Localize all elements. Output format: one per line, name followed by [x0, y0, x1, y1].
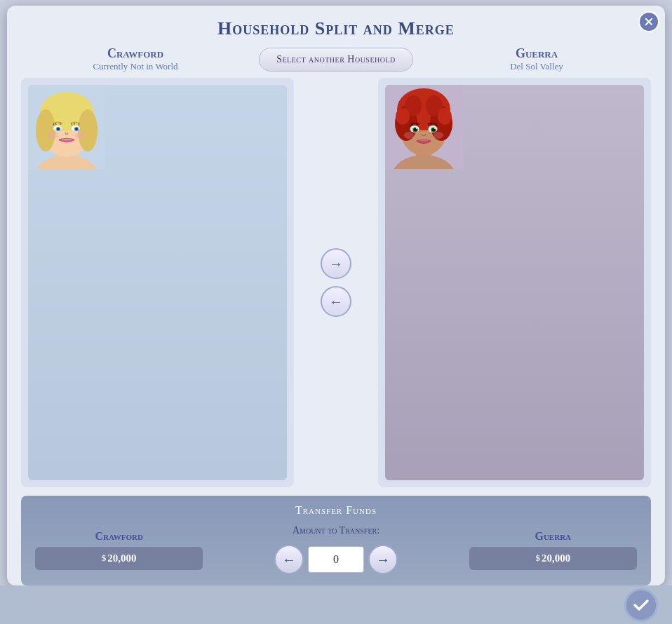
modal-window: Household Split and Merge Crawford Curre…: [7, 6, 665, 585]
right-funds-display: $ 20,000: [469, 547, 637, 570]
right-household-location: Del Sol Valley: [436, 61, 637, 72]
left-transfer-household: Crawford $ 20,000: [35, 530, 203, 570]
right-transfer-name: Guerra: [469, 530, 637, 543]
svg-point-25: [438, 108, 452, 125]
bottom-bar: [0, 585, 672, 624]
amount-controls: ← →: [274, 545, 398, 574]
crawford-sim-portrait: [28, 85, 287, 480]
move-left-button[interactable]: ←: [321, 286, 351, 317]
svg-point-5: [36, 109, 55, 151]
svg-point-33: [434, 128, 436, 129]
checkmark-icon: [631, 595, 651, 615]
right-household-header: Guerra Del Sol Valley: [436, 46, 637, 72]
amount-input[interactable]: [308, 546, 364, 573]
increase-amount-button[interactable]: →: [368, 545, 398, 574]
left-funds-display: $ 20,000: [35, 547, 203, 570]
arrow-left-icon: ←: [329, 294, 343, 310]
decrease-arrow-icon: ←: [282, 552, 296, 568]
panels-container: → ←: [21, 78, 651, 487]
transfer-row: Crawford $ 20,000 Amount to Transfer: ← …: [35, 525, 637, 574]
svg-point-34: [404, 132, 414, 139]
svg-point-6: [78, 109, 98, 151]
right-transfer-household: Guerra $ 20,000: [469, 530, 637, 570]
left-household-panel: [21, 78, 294, 487]
left-funds-symbol: $: [102, 552, 107, 564]
svg-point-14: [75, 132, 86, 139]
amount-label: Amount to Transfer:: [293, 525, 379, 536]
svg-point-32: [416, 128, 417, 129]
left-household-name: Crawford: [35, 46, 236, 61]
transfer-title: Transfer Funds: [35, 504, 637, 517]
svg-point-24: [396, 108, 410, 125]
right-household-name: Guerra: [436, 46, 637, 61]
right-funds-symbol: $: [535, 552, 540, 564]
transfer-funds-section: Transfer Funds Crawford $ 20,000 Amount …: [21, 496, 651, 585]
decrease-amount-button[interactable]: ←: [274, 545, 304, 574]
confirm-button[interactable]: [624, 588, 658, 622]
left-funds-value: 20,000: [107, 552, 136, 564]
svg-point-11: [57, 128, 60, 130]
transfer-middle-controls: Amount to Transfer: ← →: [210, 525, 462, 574]
right-funds-value: 20,000: [542, 552, 570, 564]
move-right-button[interactable]: →: [321, 248, 351, 279]
left-household-header: Crawford Currently Not in World: [35, 46, 236, 72]
select-btn-container: Select another Household: [236, 46, 436, 72]
modal-title: Household Split and Merge: [7, 6, 665, 46]
svg-point-12: [75, 128, 78, 130]
guerra-sim-portrait: [385, 85, 644, 480]
left-household-location: Currently Not in World: [35, 61, 236, 72]
right-household-panel: [378, 78, 651, 487]
sim-transfer-controls: → ←: [321, 248, 351, 317]
svg-point-35: [434, 132, 443, 139]
select-household-button[interactable]: Select another Household: [259, 48, 413, 72]
close-button[interactable]: [638, 11, 659, 32]
left-transfer-name: Crawford: [35, 530, 203, 543]
svg-point-13: [47, 132, 58, 139]
arrow-right-icon: →: [329, 256, 343, 272]
household-headers: Crawford Currently Not in World Select a…: [7, 46, 665, 78]
increase-arrow-icon: →: [376, 552, 390, 568]
